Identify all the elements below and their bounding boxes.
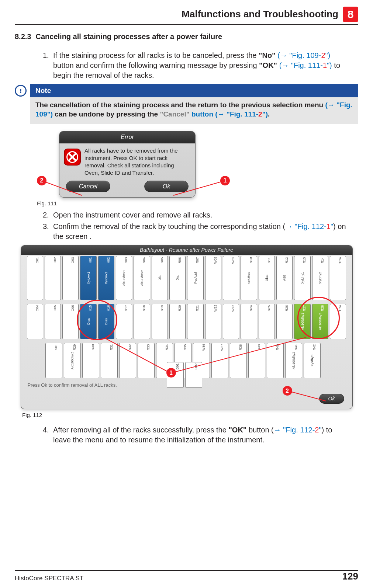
station-R25[interactable]: R25 (259, 304, 275, 339)
station-O05[interactable]: O05 (45, 304, 61, 339)
station-R28[interactable]: R28Alc100dhy3 (312, 304, 328, 339)
station-O04[interactable]: O04 (27, 304, 43, 339)
station-id: R42 (312, 343, 317, 355)
step-4-ok-button-ref: "OK" (228, 426, 246, 434)
note-text-a: The cancellation of the staining process… (35, 101, 325, 109)
station-W09[interactable]: W09 (223, 256, 239, 300)
station-id: R25 (267, 304, 271, 316)
section-heading: 8.2.3 Canceling all staining processes a… (15, 32, 358, 42)
station-R30[interactable]: R30 (82, 343, 99, 378)
station-label: Alc100dhy1 (300, 313, 305, 330)
bathlayout-note: Press Ok to confirm removal of ALL racks… (28, 382, 117, 389)
station-R42[interactable]: R42Xyldhy3 (304, 343, 321, 378)
station-id: R17 (124, 304, 128, 316)
station-W37[interactable]: W37 (211, 343, 228, 378)
station-W08[interactable]: W08 (205, 256, 221, 300)
step-4-fig112-link-a: → "Fig. 112- (274, 426, 315, 434)
step-1-no-button-ref: "No" (259, 51, 276, 59)
station-id: W36 (201, 343, 206, 355)
station-R06[interactable]: R06Dia (169, 256, 186, 300)
ok-button[interactable]: Ok (144, 181, 189, 192)
note-fig111-link-a: button (→ "Fig. 111- (191, 110, 258, 118)
station-R21[interactable]: R21 (187, 304, 203, 339)
error-dialog-title: Error (59, 131, 195, 143)
station-R29[interactable]: R29Alc100dwx3 (64, 343, 81, 378)
station-id: W23 (231, 304, 235, 316)
cancel-button[interactable]: Cancel (66, 181, 110, 192)
bathlayout-ok-button[interactable]: Ok (319, 394, 344, 404)
station-D02[interactable]: D02 (185, 362, 202, 388)
step-1: 1. If the staining process for all racks… (44, 51, 351, 80)
station-label: Alc96dwx1 (122, 270, 126, 286)
station-R39[interactable]: R39 (248, 343, 265, 378)
station-H15[interactable]: H15Dias (80, 304, 96, 339)
station-R11[interactable]: R11Dias (259, 256, 275, 300)
station-id: R12 (284, 256, 289, 268)
station-R17[interactable]: R17 (116, 304, 132, 339)
station-label: Dia (175, 276, 180, 281)
station-R05[interactable]: R05Dia (152, 256, 168, 300)
station-id: O03 (70, 256, 75, 268)
station-R12[interactable]: R12A96 (276, 256, 293, 300)
station-label: Xyldwx1 (86, 272, 91, 285)
station-id: R19 (160, 304, 164, 316)
svg-rect-1 (20, 89, 21, 92)
station-R03[interactable]: R03Alc96dwx1 (116, 256, 132, 300)
station-W22[interactable]: W22 (205, 304, 221, 339)
station-R07[interactable]: R07PerAcid (187, 256, 203, 300)
error-icon (64, 149, 81, 166)
station-H02[interactable]: H02Xyldwx2 (98, 256, 114, 300)
station-R40[interactable]: R40 (267, 343, 284, 378)
station-R38[interactable]: R38 (230, 343, 247, 378)
station-label: Alc100dhy3 (318, 313, 322, 330)
station-H01[interactable]: H01Xyldwx1 (80, 256, 96, 300)
station-label: Xyldhy2 (318, 272, 322, 284)
station-id: W08 (213, 256, 218, 268)
station-id: H01 (89, 256, 93, 268)
step-2: 2. Open the instrument cover and remove … (44, 210, 351, 220)
callout-1: 1 (220, 176, 230, 185)
station-id: O01 (35, 256, 39, 268)
station-R10[interactable]: R10SchiffsR (241, 256, 257, 300)
station-R33[interactable]: R33 (138, 343, 155, 378)
station-O02[interactable]: O02 (45, 256, 61, 300)
bathlayout-panel: Bathlayout - Resume after Power Failure … (21, 245, 353, 409)
station-R41[interactable]: R41Alc100dhy2 (285, 343, 302, 378)
station-id: R35 (183, 343, 187, 355)
station-O01[interactable]: O01 (27, 256, 43, 300)
station-H16[interactable]: H16Dias (98, 304, 114, 339)
station-R27[interactable]: R27Alc100dhy1 (294, 304, 310, 339)
station-TRA[interactable]: TRA (330, 256, 346, 300)
station-label: Dias (104, 318, 108, 325)
station-R26[interactable]: R26 (276, 304, 293, 339)
station-id: W22 (213, 304, 218, 316)
station-TRA[interactable]: TRA (330, 304, 346, 339)
station-O06[interactable]: O06 (62, 304, 79, 339)
station-id: R18 (142, 304, 146, 316)
station-R19[interactable]: R19 (152, 304, 168, 339)
station-R20[interactable]: R20 (169, 304, 186, 339)
station-label: Alc100dwx3 (70, 352, 74, 370)
callout-1: 1 (166, 368, 176, 377)
station-R32[interactable]: R32 (119, 343, 136, 378)
section-title: Canceling all staining processes after a… (35, 32, 222, 42)
station-R14[interactable]: R14Xyldhy2 (312, 256, 328, 300)
station-R18[interactable]: R18 (134, 304, 150, 339)
station-id: R30 (91, 343, 95, 355)
station-W23[interactable]: W23 (223, 304, 239, 339)
station-R31[interactable]: R31 (101, 343, 118, 378)
step-3-text-a: Confirm the removal of the rack by touch… (53, 222, 285, 230)
step-1-text-a: If the staining process for all racks is… (53, 51, 259, 59)
step-3-fig112-link-num: 1 (327, 222, 331, 230)
station-R24[interactable]: R24 (241, 304, 257, 339)
station-id: SID (54, 343, 58, 355)
station-id: TRA (338, 304, 342, 316)
station-id: R11 (267, 256, 271, 268)
bath-row-2: O04O05O06H15DiasH16DiasR17R18R19R20R21W2… (27, 304, 346, 339)
station-R13[interactable]: R13Xyldhy1 (294, 256, 310, 300)
station-O03[interactable]: O03 (62, 256, 79, 300)
station-R04[interactable]: R04Alc96dwx2 (134, 256, 150, 300)
note-box: Note The cancellation of the staining pr… (15, 84, 358, 124)
station-SID[interactable]: SID (45, 343, 62, 378)
station-id: H15 (89, 304, 93, 316)
